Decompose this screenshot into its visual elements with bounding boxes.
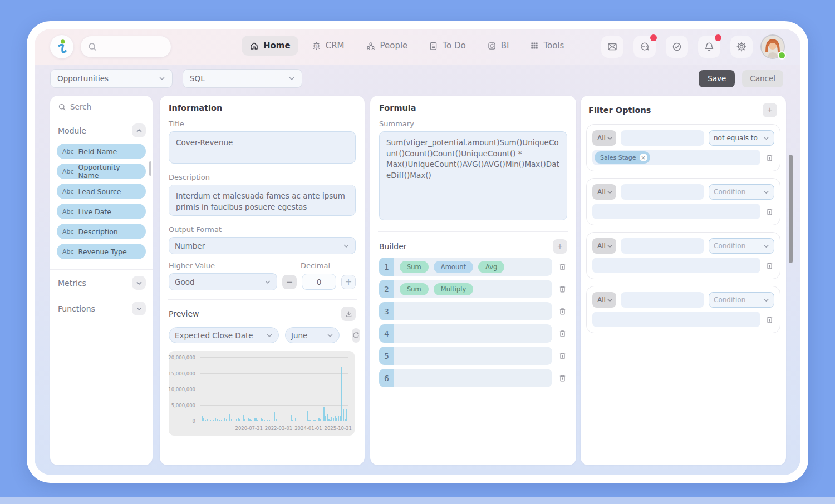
match-type-select[interactable]: All: [592, 130, 616, 146]
field-chip[interactable]: AbcLive Date: [57, 204, 146, 219]
match-type-select[interactable]: All: [592, 238, 616, 254]
field-chip[interactable]: AbcRevenue Type: [57, 244, 146, 259]
output-format-select[interactable]: Number: [169, 237, 356, 254]
tab-tools[interactable]: Tools: [522, 36, 572, 56]
chart-bar: [221, 420, 222, 421]
condition-select[interactable]: Condition: [709, 292, 774, 308]
decimal-input[interactable]: [302, 274, 336, 290]
filter-group: AllCondition: [586, 232, 780, 279]
preview-month-select[interactable]: June: [285, 327, 340, 343]
condition-select[interactable]: not equals to: [709, 130, 774, 146]
builder-chip[interactable]: Sum: [400, 283, 429, 295]
sidebar-scrollbar[interactable]: [149, 161, 151, 176]
add-builder-row-button[interactable]: +: [553, 239, 567, 254]
module-select[interactable]: Opportunities: [50, 69, 173, 88]
mail-button[interactable]: [601, 36, 623, 58]
field-chip[interactable]: AbcOpportunity Name: [57, 164, 146, 179]
decimal-plus-button[interactable]: +: [341, 275, 356, 289]
field-chip[interactable]: AbcField Name: [57, 144, 146, 159]
collapse-module-button[interactable]: [132, 123, 146, 137]
filter-field-input[interactable]: [621, 130, 704, 146]
trash-icon: [558, 350, 567, 361]
chart-bar: [213, 420, 214, 421]
save-button[interactable]: Save: [699, 70, 735, 87]
mail-icon: [607, 41, 618, 52]
chevron-down-icon: [607, 243, 613, 249]
global-search[interactable]: [81, 36, 171, 57]
filter-field-input[interactable]: [621, 238, 704, 254]
notifications-button[interactable]: [698, 36, 720, 58]
formula-summary-input[interactable]: Sum(vtiger_potential.amount)Sum()UniqueC…: [379, 131, 567, 220]
global-search-input[interactable]: [101, 43, 162, 51]
query-type-select[interactable]: SQL: [183, 69, 302, 88]
builder-chip[interactable]: Amount: [434, 261, 473, 273]
delete-builder-row-button[interactable]: [558, 373, 567, 383]
information-panel: Information Title Cover-Revenue Descript…: [160, 96, 365, 465]
builder-row[interactable]: 4: [379, 324, 552, 343]
chart-bar: [267, 420, 268, 421]
tab-todo[interactable]: To Do: [421, 36, 473, 56]
decimal-minus-button[interactable]: −: [282, 275, 297, 289]
page-scrollbar[interactable]: [789, 155, 793, 263]
filter-value-box[interactable]: [592, 258, 760, 273]
field-chip[interactable]: AbcDescription: [57, 224, 146, 239]
tab-bi[interactable]: BI: [479, 36, 517, 56]
filter-chip[interactable]: Sales Stage×: [595, 151, 650, 164]
builder-row-number: 3: [379, 302, 394, 320]
filter-value-box[interactable]: [592, 312, 760, 327]
match-type-select[interactable]: All: [592, 292, 616, 308]
expand-metrics-button[interactable]: [132, 276, 146, 290]
delete-builder-row-button[interactable]: [558, 284, 567, 294]
description-input[interactable]: Interdum et malesuada fames ac ante ipsu…: [169, 185, 356, 216]
chart-bar: [226, 419, 227, 421]
field-chip[interactable]: AbcLead Source: [57, 184, 146, 199]
chat-button[interactable]: [633, 36, 656, 58]
delete-filter-button[interactable]: [765, 314, 774, 325]
delete-builder-row-button[interactable]: [558, 328, 567, 339]
higher-value-select[interactable]: Good: [169, 273, 277, 290]
builder-row[interactable]: 5: [379, 347, 552, 365]
preview-date-field-select[interactable]: Expected Close Date: [169, 327, 279, 343]
sidebar-search[interactable]: [50, 96, 153, 117]
sidebar-search-input[interactable]: [70, 102, 131, 111]
chart-bar: [219, 420, 220, 421]
filter-group: Allnot equals toSales Stage×: [586, 124, 780, 171]
filter-field-input[interactable]: [621, 184, 704, 200]
builder-row[interactable]: 6: [379, 369, 552, 387]
builder-row[interactable]: 1SumAmountAvg: [379, 258, 552, 276]
delete-filter-button[interactable]: [765, 260, 774, 271]
delete-builder-row-button[interactable]: [558, 306, 567, 317]
tab-home[interactable]: Home: [242, 36, 298, 56]
delete-filter-button[interactable]: [765, 206, 774, 217]
builder-row[interactable]: 3: [379, 302, 552, 320]
app-logo[interactable]: [50, 35, 73, 58]
tab-crm[interactable]: $ CRM: [304, 36, 352, 56]
delete-builder-row-button[interactable]: [558, 261, 567, 272]
builder-chip[interactable]: Avg: [478, 261, 504, 273]
builder-chip[interactable]: Multiply: [434, 283, 473, 295]
builder-row[interactable]: 2SumMultiply: [379, 280, 552, 298]
chart-bar: [310, 420, 311, 421]
cancel-button[interactable]: Cancel: [742, 70, 783, 87]
tab-people[interactable]: People: [358, 36, 416, 56]
expand-functions-button[interactable]: [132, 302, 146, 315]
filter-value-box[interactable]: Sales Stage×: [592, 150, 760, 165]
add-filter-button[interactable]: +: [763, 103, 777, 117]
settings-button[interactable]: [730, 36, 753, 58]
download-chart-button[interactable]: [341, 307, 356, 321]
refresh-icon: [352, 331, 360, 339]
delete-filter-button[interactable]: [765, 152, 774, 163]
condition-select[interactable]: Condition: [709, 238, 774, 254]
filter-value-box[interactable]: [592, 204, 760, 219]
title-input[interactable]: Cover-Revenue: [169, 131, 356, 164]
remove-filter-chip-button[interactable]: ×: [640, 154, 647, 161]
filter-field-input[interactable]: [621, 292, 704, 308]
condition-select[interactable]: Condition: [709, 184, 774, 200]
refresh-preview-button[interactable]: [352, 328, 360, 343]
builder-chip[interactable]: Sum: [400, 261, 429, 273]
user-avatar[interactable]: [760, 34, 785, 59]
delete-builder-row-button[interactable]: [558, 350, 567, 361]
top-navbar: Home $ CRM People: [35, 29, 800, 65]
match-type-select[interactable]: All: [592, 184, 616, 200]
check-button[interactable]: [666, 36, 688, 58]
